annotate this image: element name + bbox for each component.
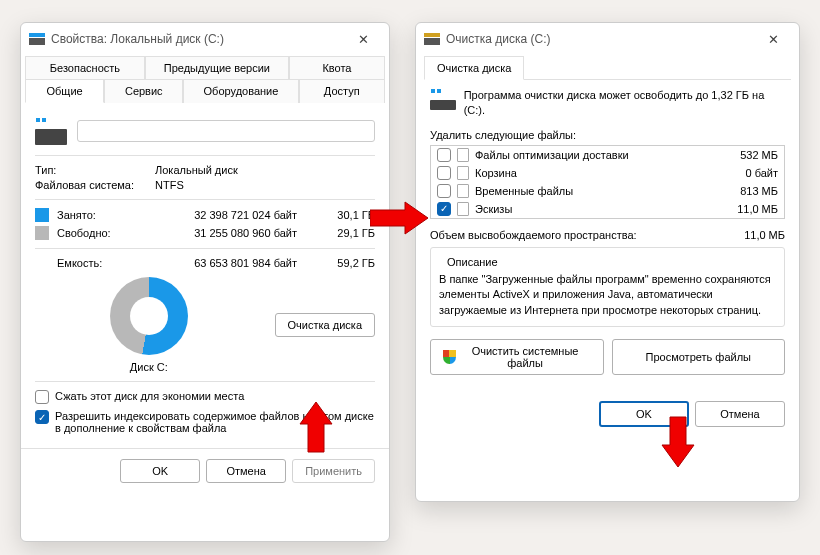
- compress-label: Сжать этот диск для экономии места: [55, 390, 244, 402]
- description-fieldset: Описание В папке "Загруженные файлы прог…: [430, 247, 785, 327]
- tab-sharing[interactable]: Доступ: [299, 79, 385, 103]
- arrow-right-icon: [370, 200, 430, 236]
- file-name: Файлы оптимизации доставки: [475, 149, 702, 161]
- used-gb: 30,1 ГБ: [325, 209, 375, 221]
- used-label: Занято:: [57, 209, 127, 221]
- svg-marker-0: [370, 202, 428, 234]
- fs-value: NTFS: [155, 179, 375, 191]
- dialog-buttons: OK Отмена: [416, 383, 799, 437]
- type-label: Тип:: [35, 164, 155, 176]
- capacity-gb: 59,2 ГБ: [325, 257, 375, 269]
- file-size: 11,0 МБ: [708, 203, 778, 215]
- arrow-up-icon: [298, 400, 334, 454]
- used-swatch: [35, 208, 49, 222]
- disk-icon: [29, 33, 45, 45]
- type-value: Локальный диск: [155, 164, 375, 176]
- free-swatch: [35, 226, 49, 240]
- shield-icon: [443, 350, 456, 364]
- cleanup-window: Очистка диска (C:) ✕ Очистка диска Прогр…: [415, 22, 800, 502]
- file-checkbox[interactable]: [437, 166, 451, 180]
- tabs-row-2: Общие Сервис Оборудование Доступ: [25, 78, 385, 103]
- freed-space-label: Объем высвобождаемого пространства:: [430, 229, 744, 241]
- freed-space-value: 11,0 МБ: [744, 229, 785, 241]
- file-name: Эскизы: [475, 203, 702, 215]
- capacity-bytes: 63 653 801 984 байт: [135, 257, 317, 269]
- tab-quota[interactable]: Квота: [289, 56, 385, 79]
- tabs: Очистка диска: [424, 55, 791, 80]
- free-gb: 29,1 ГБ: [325, 227, 375, 239]
- capacity-label: Емкость:: [57, 257, 127, 269]
- disk-name-input[interactable]: [77, 120, 375, 142]
- free-label: Свободно:: [57, 227, 127, 239]
- tab-tools[interactable]: Сервис: [104, 79, 183, 103]
- usage-donut-chart: [110, 277, 188, 355]
- cleanup-icon: [424, 33, 440, 45]
- close-icon[interactable]: ✕: [345, 25, 381, 53]
- file-list-item[interactable]: ✓Эскизы11,0 МБ: [431, 200, 784, 218]
- file-size: 532 МБ: [708, 149, 778, 161]
- description-legend: Описание: [443, 256, 502, 268]
- compress-checkbox[interactable]: [35, 390, 49, 404]
- file-list-item[interactable]: Временные файлы813 МБ: [431, 182, 784, 200]
- used-bytes: 32 398 721 024 байт: [135, 209, 317, 221]
- cancel-button[interactable]: Отмена: [695, 401, 785, 427]
- delete-files-label: Удалить следующие файлы:: [430, 129, 785, 141]
- view-files-button[interactable]: Просмотреть файлы: [612, 339, 786, 375]
- disk-c-label: Диск C:: [130, 361, 168, 373]
- window-title: Очистка диска (C:): [446, 32, 755, 46]
- cleanup-info-text: Программа очистки диска может освободить…: [464, 88, 785, 119]
- arrow-down-icon: [660, 415, 696, 469]
- close-icon[interactable]: ✕: [755, 25, 791, 53]
- document-icon: [457, 148, 469, 162]
- file-checkbox[interactable]: ✓: [437, 202, 451, 216]
- svg-marker-2: [662, 417, 694, 467]
- properties-content: Тип:Локальный диск Файловая система:NTFS…: [21, 103, 389, 448]
- document-icon: [457, 202, 469, 216]
- ok-button[interactable]: OK: [120, 459, 200, 483]
- document-icon: [457, 184, 469, 198]
- drive-icon: [430, 88, 456, 110]
- index-checkbox[interactable]: ✓: [35, 410, 49, 424]
- tab-general[interactable]: Общие: [25, 79, 104, 103]
- file-list-item[interactable]: Файлы оптимизации доставки532 МБ: [431, 146, 784, 164]
- dialog-buttons: OK Отмена Применить: [21, 448, 389, 493]
- tab-hardware[interactable]: Оборудование: [183, 79, 298, 103]
- tab-security[interactable]: Безопасность: [25, 56, 145, 79]
- file-name: Временные файлы: [475, 185, 702, 197]
- file-list[interactable]: Файлы оптимизации доставки532 МБКорзина0…: [430, 145, 785, 219]
- file-size: 0 байт: [708, 167, 778, 179]
- titlebar: Очистка диска (C:) ✕: [416, 23, 799, 55]
- file-checkbox[interactable]: [437, 184, 451, 198]
- free-bytes: 31 255 080 960 байт: [135, 227, 317, 239]
- cancel-button[interactable]: Отмена: [206, 459, 286, 483]
- file-list-item[interactable]: Корзина0 байт: [431, 164, 784, 182]
- tabs-row-1: Безопасность Предыдущие версии Квота: [25, 55, 385, 79]
- description-text: В папке "Загруженные файлы программ" вре…: [439, 272, 776, 318]
- document-icon: [457, 166, 469, 180]
- drive-icon: [35, 117, 67, 145]
- clean-system-files-label: Очистить системные файлы: [460, 345, 591, 369]
- cleanup-content: Программа очистки диска может освободить…: [416, 80, 799, 383]
- window-title: Свойства: Локальный диск (C:): [51, 32, 345, 46]
- tab-previous-versions[interactable]: Предыдущие версии: [145, 56, 289, 79]
- file-size: 813 МБ: [708, 185, 778, 197]
- fs-label: Файловая система:: [35, 179, 155, 191]
- clean-system-files-button[interactable]: Очистить системные файлы: [430, 339, 604, 375]
- titlebar: Свойства: Локальный диск (C:) ✕: [21, 23, 389, 55]
- svg-marker-1: [300, 402, 332, 452]
- file-checkbox[interactable]: [437, 148, 451, 162]
- properties-window: Свойства: Локальный диск (C:) ✕ Безопасн…: [20, 22, 390, 542]
- tab-cleanup[interactable]: Очистка диска: [424, 56, 524, 80]
- disk-cleanup-button[interactable]: Очистка диска: [275, 313, 375, 337]
- apply-button[interactable]: Применить: [292, 459, 375, 483]
- file-name: Корзина: [475, 167, 702, 179]
